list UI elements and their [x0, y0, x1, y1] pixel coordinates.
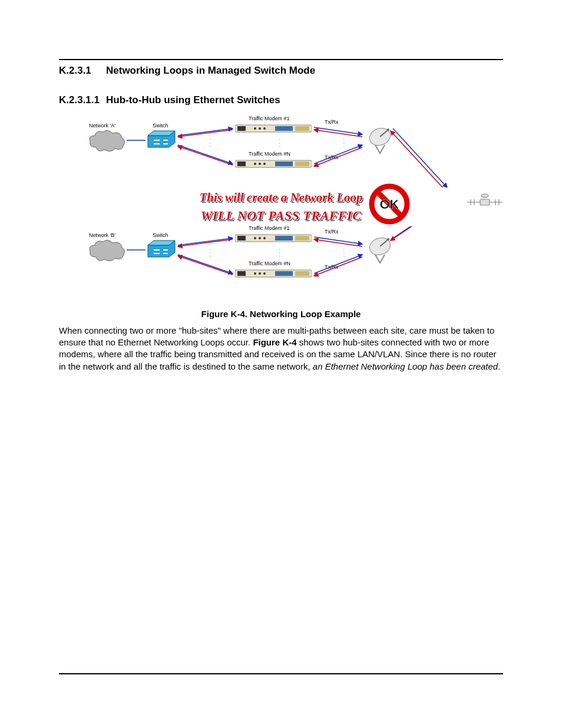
warning-line2: WILL NOT PASS TRAFFIC — [81, 207, 481, 224]
svg-point-7 — [481, 194, 488, 197]
txrx-label: Tx/Rx — [325, 229, 339, 235]
svg-line-32 — [178, 145, 233, 164]
txrx-label: Tx/Rx — [325, 119, 339, 125]
svg-rect-0 — [480, 199, 490, 205]
svg-point-28 — [387, 129, 389, 131]
svg-line-65 — [314, 239, 362, 246]
svg-rect-45 — [295, 236, 309, 241]
figure-caption: Figure K-4. Networking Loop Example — [59, 309, 503, 319]
switch-icon — [147, 130, 176, 150]
section-heading-k2311: K.2.3.1.1 Hub-to-Hub using Ethernet Swit… — [59, 94, 503, 106]
svg-line-63 — [178, 256, 233, 275]
svg-rect-21 — [275, 162, 293, 166]
svg-rect-13 — [237, 126, 246, 131]
svg-point-25 — [263, 163, 266, 165]
vertical-dots: ··· — [209, 138, 212, 149]
svg-rect-44 — [275, 236, 293, 241]
switch-icon — [147, 239, 176, 259]
heading-text: Networking Loops in Managed Switch Mode — [106, 65, 315, 77]
heading-text: Hub-to-Hub using Ethernet Switches — [106, 94, 280, 106]
svg-point-23 — [254, 163, 256, 165]
dish-antenna-icon — [363, 235, 396, 264]
vertical-dots: ··· — [342, 138, 346, 149]
svg-rect-50 — [237, 271, 246, 276]
body-text-italic: an Ethernet Networking Loop has been cre… — [313, 361, 498, 371]
svg-line-39 — [391, 131, 445, 187]
svg-line-64 — [314, 237, 362, 244]
switch-a-label: Switch — [153, 123, 168, 129]
svg-rect-15 — [295, 126, 309, 131]
satellite-icon — [467, 187, 503, 217]
svg-point-47 — [259, 237, 261, 239]
svg-point-53 — [254, 272, 256, 275]
diagram-site-b: Network 'B' Switch Traffic Modem #1 Traf… — [81, 226, 481, 297]
txrx-label: Tx/Rx — [325, 264, 339, 270]
dish-antenna-icon — [363, 125, 396, 154]
svg-rect-52 — [295, 271, 309, 276]
heading-number: K.2.3.1.1 — [59, 94, 106, 106]
svg-point-17 — [259, 127, 261, 130]
svg-line-33 — [178, 146, 233, 165]
bottom-rule — [59, 673, 503, 674]
figure-k4: OK Network 'A' Switch Traffic Modem #1 T… — [81, 117, 481, 297]
modem-1-label: Traffic Modem #1 — [249, 116, 290, 121]
top-rule — [59, 59, 503, 60]
body-text-post: . — [498, 361, 500, 371]
svg-point-54 — [259, 272, 261, 275]
body-text-bold: Figure K-4 — [253, 337, 296, 347]
modem-icon — [235, 269, 312, 278]
modem-icon — [235, 233, 312, 243]
svg-line-35 — [314, 130, 362, 137]
network-b-label: Network 'B' — [89, 232, 115, 238]
ok-label: OK — [380, 197, 399, 212]
section-heading-k231: K.2.3.1 Networking Loops in Managed Swit… — [59, 65, 503, 77]
svg-point-48 — [263, 237, 266, 239]
svg-line-34 — [314, 127, 362, 134]
svg-rect-20 — [237, 162, 246, 166]
modem-icon — [235, 124, 312, 133]
switch-b-label: Switch — [153, 232, 168, 238]
svg-point-58 — [387, 238, 389, 241]
svg-line-38 — [393, 129, 447, 187]
vertical-dots: ··· — [342, 248, 346, 258]
modem-n-label: Traffic Modem #N — [249, 261, 290, 266]
svg-point-24 — [259, 163, 261, 165]
diagram-site-a: Network 'A' Switch Traffic Modem #1 Traf… — [81, 117, 481, 187]
svg-line-69 — [391, 226, 444, 241]
vertical-dots: ··· — [278, 138, 282, 149]
svg-rect-43 — [237, 236, 246, 241]
forbidden-ok-icon: OK — [368, 183, 411, 225]
body-paragraph: When connecting two or more "hub-sites" … — [59, 325, 503, 373]
svg-point-55 — [263, 272, 266, 275]
svg-line-62 — [178, 255, 233, 274]
warning-line1: This will create a Network Loop — [81, 190, 481, 205]
svg-line-60 — [178, 238, 233, 245]
svg-rect-14 — [275, 126, 293, 131]
svg-point-46 — [254, 237, 256, 239]
modem-1-label: Traffic Modem #1 — [249, 225, 290, 231]
svg-rect-22 — [295, 162, 309, 166]
vertical-dots: ··· — [209, 248, 212, 258]
network-cloud-icon — [88, 130, 127, 153]
vertical-dots: ··· — [278, 248, 282, 258]
network-a-label: Network 'A' — [89, 123, 115, 129]
modem-icon — [235, 159, 312, 169]
svg-point-18 — [263, 127, 266, 130]
svg-rect-51 — [275, 271, 293, 276]
svg-line-68 — [393, 226, 446, 238]
svg-line-61 — [178, 239, 233, 246]
txrx-label: Tx/Rx — [325, 154, 339, 160]
modem-n-label: Traffic Modem #N — [249, 151, 290, 157]
svg-point-16 — [254, 127, 256, 130]
heading-number: K.2.3.1 — [59, 65, 106, 77]
svg-line-30 — [178, 129, 233, 136]
svg-line-31 — [178, 130, 233, 137]
network-cloud-icon — [88, 239, 127, 263]
